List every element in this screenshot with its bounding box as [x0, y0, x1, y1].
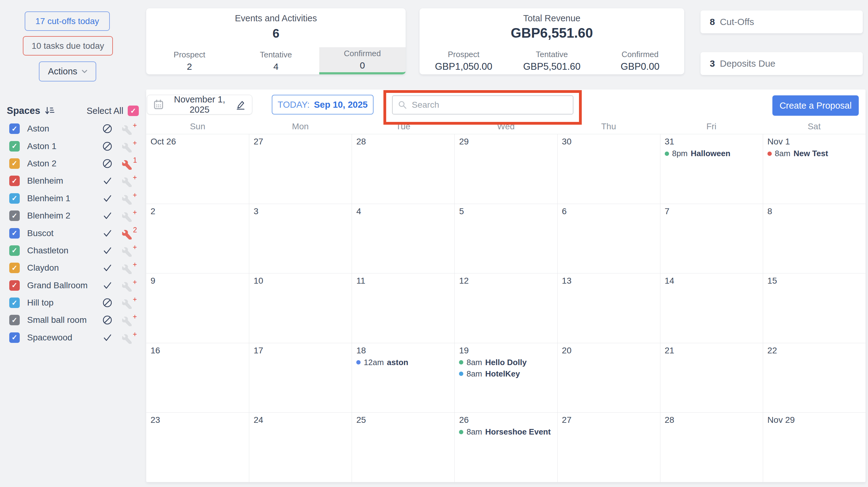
space-checkbox[interactable]: ✓ — [9, 280, 20, 291]
space-checkbox[interactable]: ✓ — [9, 158, 20, 169]
calendar-day-cell[interactable]: 24 — [249, 412, 352, 482]
wrench-tasks-icon[interactable]: + — [122, 262, 137, 274]
wrench-tasks-icon[interactable]: + — [122, 210, 137, 222]
calendar-day-cell[interactable]: 15 — [763, 273, 866, 343]
space-list-item[interactable]: ✓ Aston 2 1 — [3, 155, 141, 172]
cutoffs-summary-card[interactable]: 8 Cut-Offs — [701, 10, 863, 33]
select-all-checkbox[interactable]: ✓ — [128, 105, 139, 116]
tab-confirmed[interactable]: Confirmed 0 — [319, 47, 406, 74]
calendar-day-cell[interactable]: 27 — [557, 412, 660, 482]
month-date-picker-button[interactable]: November 1, 2025 — [147, 95, 252, 115]
calendar-day-cell[interactable]: 21 — [660, 343, 763, 413]
space-checkbox[interactable]: ✓ — [9, 298, 20, 308]
wrench-tasks-icon[interactable]: + — [122, 123, 137, 135]
calendar-day-cell[interactable]: 6 — [557, 204, 660, 273]
space-list-item[interactable]: ✓ Blenheim + — [3, 172, 141, 189]
space-checkbox[interactable]: ✓ — [9, 123, 20, 134]
space-checkbox[interactable]: ✓ — [9, 228, 20, 239]
space-list-item[interactable]: ✓ Spacewood + — [3, 329, 141, 346]
calendar-day-cell[interactable]: 2 — [146, 204, 249, 273]
space-checkbox[interactable]: ✓ — [9, 193, 20, 204]
space-list-item[interactable]: ✓ Aston 1 + — [3, 137, 141, 155]
wrench-tasks-icon[interactable]: + — [122, 297, 137, 309]
calendar-day-cell[interactable]: 23 — [146, 412, 249, 482]
calendar-day-cell[interactable]: 20 — [557, 343, 660, 413]
space-list-item[interactable]: ✓ Buscot 2 — [3, 224, 141, 242]
space-checkbox[interactable]: ✓ — [9, 263, 20, 273]
wrench-tasks-icon[interactable]: + — [122, 244, 137, 257]
space-list-item[interactable]: ✓ Blenheim 1 + — [3, 190, 141, 207]
calendar-day-cell[interactable]: 28 — [660, 412, 763, 482]
space-list-item[interactable]: ✓ Claydon + — [3, 259, 141, 276]
calendar-day-cell[interactable]: 18 12am aston — [352, 343, 454, 413]
space-checkbox[interactable]: ✓ — [9, 332, 20, 343]
calendar-day-cell[interactable]: 31 8pm Halloween — [660, 134, 763, 204]
search-box[interactable] — [392, 95, 574, 115]
calendar-day-cell[interactable]: 30 — [557, 134, 660, 204]
deposits-due-card[interactable]: 3 Deposits Due — [701, 52, 863, 75]
tab-prospect[interactable]: Prospect 2 — [146, 47, 232, 74]
wrench-tasks-icon[interactable]: + — [122, 331, 137, 344]
calendar-day-cell[interactable]: 7 — [660, 204, 763, 273]
tab-tentative[interactable]: Tentative 4 — [232, 47, 319, 74]
calendar-day-cell[interactable]: 10 — [249, 273, 352, 343]
space-checkbox[interactable]: ✓ — [9, 315, 20, 325]
space-status-toggle[interactable] — [102, 211, 112, 221]
wrench-tasks-icon[interactable]: 1 — [122, 157, 137, 170]
space-status-toggle[interactable] — [102, 298, 112, 308]
wrench-tasks-icon[interactable]: + — [122, 175, 137, 187]
space-status-toggle[interactable] — [102, 141, 112, 151]
space-status-toggle[interactable] — [102, 333, 112, 342]
calendar-day-cell[interactable]: 13 — [557, 273, 660, 343]
calendar-day-cell[interactable]: 16 — [146, 343, 249, 413]
calendar-event[interactable]: 8pm Halloween — [665, 148, 761, 159]
calendar-day-cell[interactable]: 14 — [660, 273, 763, 343]
space-status-toggle[interactable] — [102, 263, 112, 273]
space-status-toggle[interactable] — [102, 124, 112, 134]
calendar-event[interactable]: 8am Hello Dolly — [459, 357, 555, 368]
calendar-day-cell[interactable]: 29 — [454, 134, 557, 204]
space-list-item[interactable]: ✓ Small ball room + — [3, 311, 141, 329]
space-status-toggle[interactable] — [102, 159, 112, 169]
wrench-tasks-icon[interactable]: + — [122, 140, 137, 152]
space-list-item[interactable]: ✓ Chastleton + — [3, 242, 141, 259]
calendar-day-cell[interactable]: 11 — [352, 273, 454, 343]
calendar-event[interactable]: 8am New Test — [768, 148, 863, 159]
create-proposal-button[interactable]: Create a Proposal — [772, 95, 859, 116]
calendar-day-cell[interactable]: 5 — [454, 204, 557, 273]
space-checkbox[interactable]: ✓ — [9, 141, 20, 152]
wrench-tasks-icon[interactable]: 2 — [122, 227, 137, 240]
cutoffs-today-button[interactable]: 17 cut-offs today — [25, 11, 110, 31]
calendar-day-cell[interactable]: 8 — [763, 204, 866, 273]
calendar-event[interactable]: 8am Horseshoe Event — [459, 426, 555, 437]
space-list-item[interactable]: ✓ Blenheim 2 + — [3, 207, 141, 224]
space-status-toggle[interactable] — [102, 315, 112, 325]
space-status-toggle[interactable] — [102, 246, 112, 255]
space-checkbox[interactable]: ✓ — [9, 245, 20, 256]
tasks-due-today-button[interactable]: 10 tasks due today — [23, 36, 113, 56]
search-input[interactable] — [412, 100, 567, 110]
calendar-day-cell[interactable]: 19 8am Hello Dolly 8am HotelKey — [454, 343, 557, 413]
space-checkbox[interactable]: ✓ — [9, 176, 20, 186]
calendar-day-cell[interactable]: 28 — [352, 134, 454, 204]
space-checkbox[interactable]: ✓ — [9, 211, 20, 221]
edit-pencil-icon[interactable] — [236, 100, 245, 110]
space-list-item[interactable]: ✓ Aston + — [3, 120, 141, 137]
wrench-tasks-icon[interactable]: + — [122, 279, 137, 292]
calendar-day-cell[interactable]: Nov 29 — [763, 412, 866, 482]
calendar-day-cell[interactable]: 25 — [352, 412, 454, 482]
space-list-item[interactable]: ✓ Hill top + — [3, 294, 141, 311]
calendar-day-cell[interactable]: 27 — [249, 134, 352, 204]
calendar-day-cell[interactable]: 17 — [249, 343, 352, 413]
sort-icon[interactable] — [45, 106, 55, 115]
space-status-toggle[interactable] — [102, 229, 112, 238]
calendar-day-cell[interactable]: 26 8am Horseshoe Event — [454, 412, 557, 482]
calendar-day-cell[interactable]: 4 — [352, 204, 454, 273]
calendar-day-cell[interactable]: 3 — [249, 204, 352, 273]
space-status-toggle[interactable] — [102, 280, 112, 291]
wrench-tasks-icon[interactable]: + — [122, 192, 137, 205]
calendar-day-cell[interactable]: 9 — [146, 273, 249, 343]
calendar-day-cell[interactable]: Nov 1 8am New Test — [763, 134, 866, 204]
space-status-toggle[interactable] — [102, 193, 112, 203]
calendar-day-cell[interactable]: 12 — [454, 273, 557, 343]
